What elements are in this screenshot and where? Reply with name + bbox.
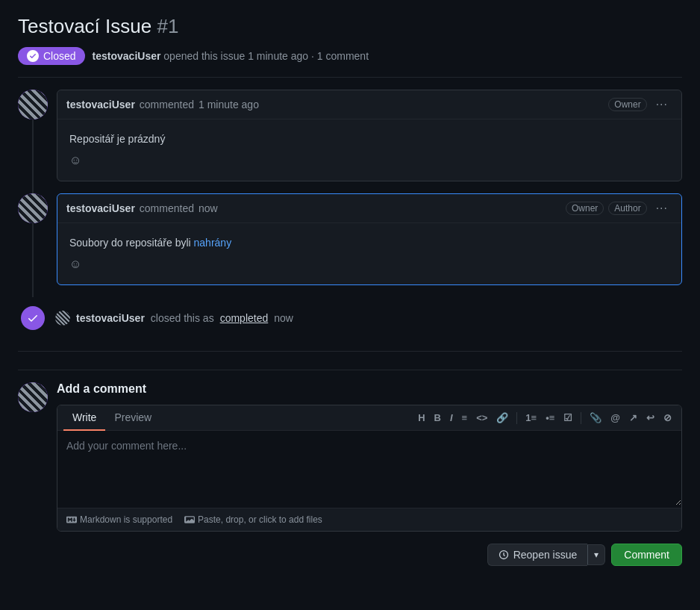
toolbar-ordered-list[interactable]: 1≡ [522,410,540,426]
toolbar-bold[interactable]: B [431,410,445,426]
toolbar-quote[interactable]: ≡ [458,410,472,426]
reopen-btn-group: Reopen issue ▾ [487,544,606,566]
editor-tabs: Write Preview H B I ≡ <> 🔗 1≡ [57,405,681,431]
reopen-dropdown-btn[interactable]: ▾ [587,544,605,565]
status-label: Closed [43,50,76,62]
toolbar-divider-1 [516,412,517,424]
toolbar-attach[interactable]: 📎 [586,410,605,426]
avatar-2 [18,193,48,223]
issue-meta-text: testovaciUser opened this issue 1 minute… [93,50,369,62]
add-comment-section: Add a comment Write Preview H B I ≡ <> [18,370,682,532]
comment-header-1: testovaciUser commented 1 minute ago Own… [57,90,681,119]
timeline-icon-wrapper [18,303,48,333]
comment-editor: Write Preview H B I ≡ <> 🔗 1≡ [57,405,682,532]
file-label: Paste, drop, or click to add files [198,514,322,525]
comment-author-name-1[interactable]: testovaciUser [66,99,135,111]
timeline-event-content: testovaciUser closed this as completed n… [55,311,293,326]
comment-textarea[interactable] [57,431,681,505]
timeline-action: closed this as [151,312,214,324]
issue-title: Testovací Issue #1 [18,15,682,38]
comment-action-1: commented [140,99,194,111]
comment-time-2: now [199,202,218,214]
toolbar-unordered-list[interactable]: •≡ [542,410,558,426]
reopen-icon [499,550,509,560]
comment-time-1: 1 minute ago [199,99,259,111]
emoji-btn-1[interactable]: ☺ [69,154,81,167]
toolbar-heading[interactable]: H [414,410,428,426]
comment-wrapper-2: testovaciUser commented now Owner Author… [18,193,682,285]
toolbar-link[interactable]: 🔗 [493,410,512,426]
markdown-icon [66,514,77,525]
comment-body-1: Repositář je prázdný ☺ [57,119,681,181]
comment-form: Add a comment Write Preview H B I ≡ <> [57,382,682,532]
tab-write[interactable]: Write [63,405,105,431]
toolbar-mention[interactable]: @ [607,410,624,426]
toolbar-divider-2 [581,412,581,424]
more-options-btn-2[interactable]: ··· [651,200,672,217]
check-icon [27,312,39,324]
reopen-issue-btn[interactable]: Reopen issue [487,544,588,566]
comment-submit-btn[interactable]: Comment [611,544,682,566]
timeline-time: now [274,312,293,324]
issue-number: #1 [157,15,178,37]
toolbar-undo[interactable]: ↩ [643,410,658,426]
comment-text-2: Soubory do repositáře byli nahrány [69,235,669,251]
timeline-actor-link[interactable]: testovaciUser [76,312,145,324]
timeline-event: testovaciUser closed this as completed n… [18,303,682,333]
issue-title-text: Testovací Issue [18,15,151,37]
divider [18,351,682,352]
comment-text-part1: Soubory do repositáře byli [69,237,194,249]
comment-badges-1: Owner ··· [608,96,672,113]
badge-author-2: Author [608,202,646,215]
reopen-label: Reopen issue [513,549,578,561]
image-icon [184,514,195,525]
bottom-action-bar: Reopen issue ▾ Comment [18,532,682,572]
badge-owner-1: Owner [608,98,646,111]
comment-body-2: Soubory do repositáře byli nahrány ☺ [57,223,681,284]
avatar-1 [18,90,48,119]
toolbar-cross-ref[interactable]: ↗ [625,410,641,426]
comment-text-1: Repositář je prázdný [69,131,669,147]
emoji-btn-2[interactable]: ☺ [69,258,81,271]
comment-text-part2: nahrány [194,237,232,249]
comment-box-2: testovaciUser commented now Owner Author… [57,193,682,285]
editor-footer: Markdown is supported Paste, drop, or cl… [57,508,681,531]
issue-meta-row: Closed testovaciUser opened this issue 1… [18,47,682,78]
comments-area: testovaciUser commented 1 minute ago Own… [18,90,682,572]
markdown-label: Markdown is supported [80,514,172,525]
comment-author-info-2: testovaciUser commented now [66,202,218,214]
toolbar-code[interactable]: <> [472,410,491,426]
toolbar-task-list[interactable]: ☑ [560,410,576,426]
comment-action-2: commented [140,202,194,214]
opened-text: opened this issue 1 minute ago · 1 comme… [163,50,369,62]
timeline-avatar [55,311,70,326]
markdown-support: Markdown is supported [66,514,172,525]
comment-author-info-1: testovaciUser commented 1 minute ago [66,99,259,111]
status-badge: Closed [18,47,85,65]
comment-header-2: testovaciUser commented now Owner Author… [57,194,681,223]
more-options-btn-1[interactable]: ··· [651,96,672,113]
editor-toolbar: H B I ≡ <> 🔗 1≡ •≡ ☑ [414,407,675,429]
commenter-avatar [18,382,48,412]
comment-wrapper-1: testovaciUser commented 1 minute ago Own… [18,90,682,181]
file-attach[interactable]: Paste, drop, or click to add files [184,514,322,525]
check-circle-icon [27,50,39,62]
toolbar-italic[interactable]: I [446,410,457,426]
badge-owner-2: Owner [566,202,604,215]
tab-preview[interactable]: Preview [105,405,160,431]
opener-link[interactable]: testovaciUser [93,50,161,62]
comment-box-1: testovaciUser commented 1 minute ago Own… [57,90,682,181]
timeline-status-link[interactable]: completed [220,312,269,324]
comment-badges-2: Owner Author ··· [566,200,672,217]
toolbar-slash[interactable]: ⊘ [660,410,675,426]
add-comment-title: Add a comment [57,382,682,396]
closed-icon [21,306,45,330]
comment-author-name-2[interactable]: testovaciUser [66,202,135,214]
